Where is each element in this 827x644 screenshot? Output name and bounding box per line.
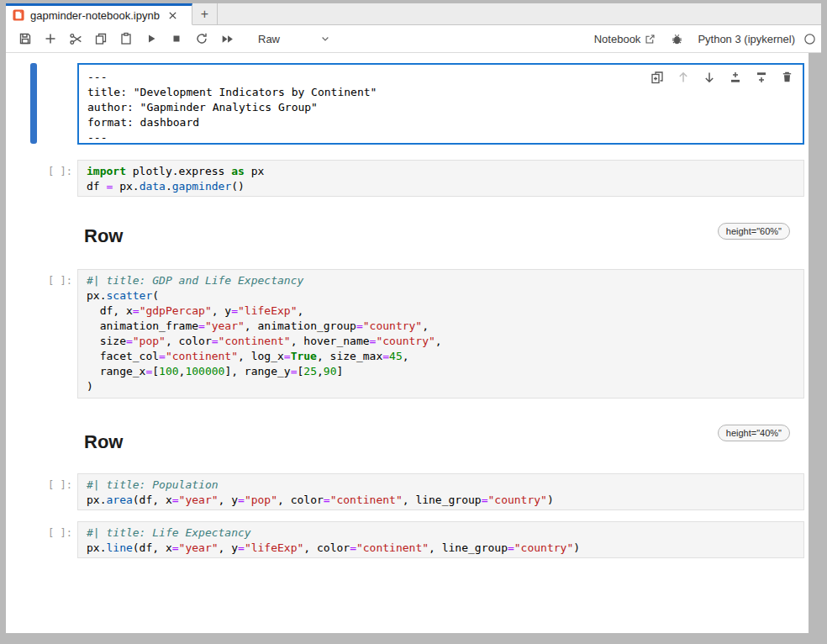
- insert-cell-button[interactable]: [38, 28, 63, 50]
- move-cell-up-icon[interactable]: [676, 70, 690, 84]
- move-cell-down-icon[interactable]: [702, 70, 716, 84]
- cell-code-scatter[interactable]: #| title: GDP and Life Expectancypx.scat…: [77, 269, 804, 399]
- cell-code-population[interactable]: #| title: Populationpx.area(df, x="year"…: [77, 473, 804, 510]
- cell-prompt: [ ]:: [48, 525, 76, 541]
- delete-cell-trash-icon[interactable]: [780, 70, 794, 84]
- cell-prompt: [ ]:: [48, 164, 76, 179]
- height-badge-40: height="40%": [718, 425, 790, 441]
- duplicate-cell-icon[interactable]: [650, 70, 664, 84]
- population-code[interactable]: #| title: Populationpx.area(df, x="year"…: [87, 478, 795, 508]
- markdown-heading-row-1: Row: [84, 225, 123, 247]
- external-link-icon: [645, 34, 656, 45]
- insert-cell-below-icon[interactable]: [754, 70, 768, 84]
- imports-code[interactable]: import plotly.express as pxdf = px.data.…: [87, 164, 795, 194]
- new-tab-plus-icon: +: [201, 7, 208, 22]
- notebook-toolbar: Raw Notebook Pyt: [6, 25, 821, 53]
- kernel-name[interactable]: Python 3 (ipykernel): [698, 33, 795, 45]
- right-gutter: [809, 53, 821, 633]
- debugger-bug-icon[interactable]: [664, 28, 689, 50]
- restart-kernel-button[interactable]: [189, 28, 214, 50]
- cell-code-life-expectancy[interactable]: #| title: Life Expectancypx.line(df, x="…: [77, 521, 804, 558]
- run-cell-button[interactable]: [139, 28, 164, 50]
- cell-type-dropdown[interactable]: Raw: [258, 33, 330, 45]
- scatter-code[interactable]: #| title: GDP and Life Expectancypx.scat…: [87, 273, 795, 394]
- restart-run-all-button[interactable]: [214, 28, 240, 50]
- tab-notebook[interactable]: gapminder-notebook.ipynb: [6, 3, 192, 25]
- cut-cells-button[interactable]: [63, 28, 88, 50]
- notebook-content: ---title: "Development Indicators by Con…: [6, 53, 821, 633]
- insert-cell-above-icon[interactable]: [728, 70, 742, 84]
- cell-prompt: [ ]:: [48, 273, 76, 288]
- new-tab-button[interactable]: +: [192, 3, 218, 24]
- cell-type-value: Raw: [258, 33, 280, 45]
- paste-cells-button[interactable]: [113, 28, 139, 50]
- active-cell-collapser[interactable]: [30, 63, 37, 144]
- cell-toolbar: [650, 70, 794, 84]
- cell-code-imports[interactable]: import plotly.express as pxdf = px.data.…: [77, 160, 804, 197]
- tab-close-icon[interactable]: [166, 8, 180, 23]
- interrupt-kernel-button[interactable]: [164, 28, 189, 50]
- save-button[interactable]: [13, 28, 38, 50]
- markdown-heading-row-2: Row: [84, 431, 123, 453]
- tab-title: gapminder-notebook.ipynb: [30, 9, 160, 22]
- height-badge-60: height="60%": [718, 223, 790, 240]
- cell-raw-frontmatter[interactable]: ---title: "Development Indicators by Con…: [77, 63, 804, 145]
- notebook-file-icon: [13, 9, 24, 21]
- cell-prompt: [ ]:: [48, 478, 76, 493]
- life-expectancy-code[interactable]: #| title: Life Expectancypx.line(df, x="…: [87, 525, 795, 556]
- notebook-panel-label: Notebook: [594, 33, 641, 45]
- kernel-status-icon[interactable]: [803, 33, 816, 45]
- notebook-panel-button[interactable]: Notebook: [594, 33, 656, 45]
- copy-cells-button[interactable]: [88, 28, 113, 50]
- jupyterlab-window: gapminder-notebook.ipynb +: [6, 3, 821, 633]
- chevron-down-icon: [320, 34, 330, 44]
- tab-bar: gapminder-notebook.ipynb +: [6, 3, 821, 25]
